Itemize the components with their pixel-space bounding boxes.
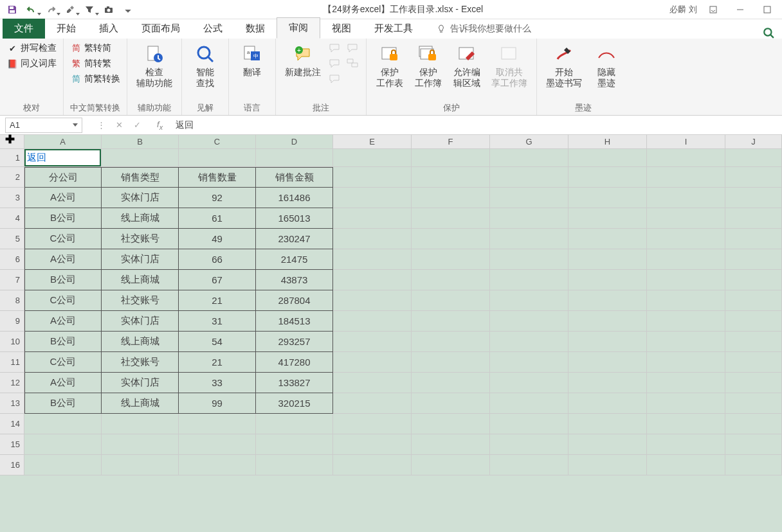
row-header-12[interactable]: 12	[0, 373, 24, 393]
cell-H11[interactable]	[568, 352, 647, 373]
cell-C1[interactable]	[179, 149, 256, 167]
cell-I13[interactable]	[647, 393, 725, 414]
hide-ink-button[interactable]: 隐藏墨迹	[590, 41, 623, 90]
cell-B14[interactable]	[102, 414, 179, 434]
cell-C5[interactable]: 49	[179, 229, 256, 249]
formula-value[interactable]: 返回	[169, 120, 194, 131]
cell-B16[interactable]	[102, 455, 179, 475]
cell-F3[interactable]	[412, 188, 490, 208]
cell-I12[interactable]	[647, 373, 725, 393]
cell-E16[interactable]	[333, 455, 412, 475]
cell-B15[interactable]	[102, 434, 179, 455]
cell-E14[interactable]	[333, 414, 412, 434]
undo-button[interactable]	[23, 2, 40, 17]
cell-J12[interactable]	[725, 373, 782, 393]
convert-button[interactable]: 简简繁转换	[70, 72, 120, 86]
tab-file[interactable]: 文件	[3, 19, 45, 39]
cell-I16[interactable]	[647, 455, 725, 475]
cell-G3[interactable]	[490, 188, 568, 208]
tab-developer[interactable]: 开发工具	[363, 19, 424, 39]
cell-C3[interactable]: 92	[179, 188, 256, 208]
ribbon-options-button[interactable]	[702, 2, 724, 17]
cell-J2[interactable]	[725, 167, 782, 188]
options-icon[interactable]: ⋮	[95, 120, 107, 130]
cell-D6[interactable]: 21475	[256, 249, 333, 270]
cell-E4[interactable]	[333, 208, 412, 229]
cell-E11[interactable]	[333, 352, 412, 373]
row-header-11[interactable]: 11	[0, 352, 24, 373]
col-header-A[interactable]: A	[24, 135, 102, 149]
cell-D14[interactable]	[256, 414, 333, 434]
cell-D8[interactable]: 287804	[256, 290, 333, 311]
cell-D4[interactable]: 165013	[256, 208, 333, 229]
row-header-3[interactable]: 3	[0, 188, 24, 208]
cell-E1[interactable]	[333, 149, 412, 167]
cell-H10[interactable]	[568, 332, 647, 352]
cell-D7[interactable]: 43873	[256, 270, 333, 290]
col-header-H[interactable]: H	[568, 135, 647, 149]
col-header-D[interactable]: D	[256, 135, 333, 149]
cell-G7[interactable]	[490, 270, 568, 290]
cell-I1[interactable]	[647, 149, 725, 167]
col-header-B[interactable]: B	[102, 135, 179, 149]
brush-button[interactable]	[62, 2, 78, 17]
cell-F4[interactable]	[412, 208, 490, 229]
cell-E2[interactable]	[333, 167, 412, 188]
cell-B11[interactable]: 社交账号	[102, 352, 179, 373]
cell-F9[interactable]	[412, 311, 490, 332]
cell-B3[interactable]: 实体门店	[102, 188, 179, 208]
cell-B6[interactable]: 实体门店	[102, 249, 179, 270]
cell-B13[interactable]: 线上商城	[102, 393, 179, 414]
cell-A15[interactable]	[24, 434, 102, 455]
cell-H8[interactable]	[568, 290, 647, 311]
cell-H13[interactable]	[568, 393, 647, 414]
fx-icon[interactable]: fx	[150, 120, 169, 131]
cell-D9[interactable]: 184513	[256, 311, 333, 332]
cell-J8[interactable]	[725, 290, 782, 311]
cell-G14[interactable]	[490, 414, 568, 434]
row-header-5[interactable]: 5	[0, 229, 24, 249]
cell-F12[interactable]	[412, 373, 490, 393]
col-header-F[interactable]: F	[412, 135, 490, 149]
cell-A10[interactable]: B公司	[24, 332, 102, 352]
cell-I2[interactable]	[647, 167, 725, 188]
cell-C13[interactable]: 99	[179, 393, 256, 414]
cell-E3[interactable]	[333, 188, 412, 208]
cell-F1[interactable]	[412, 149, 490, 167]
cell-I7[interactable]	[647, 270, 725, 290]
cell-H6[interactable]	[568, 249, 647, 270]
tab-layout[interactable]: 页面布局	[130, 19, 192, 39]
cell-E6[interactable]	[333, 249, 412, 270]
cell-C7[interactable]: 67	[179, 270, 256, 290]
cell-J9[interactable]	[725, 311, 782, 332]
camera-button[interactable]	[100, 2, 117, 17]
cell-D10[interactable]: 293257	[256, 332, 333, 352]
row-headers[interactable]: 12345678910111213141516	[0, 149, 24, 475]
cell-H5[interactable]	[568, 229, 647, 249]
cell-A3[interactable]: A公司	[24, 188, 102, 208]
cell-E15[interactable]	[333, 434, 412, 455]
cell-D12[interactable]: 133827	[256, 373, 333, 393]
cell-F15[interactable]	[412, 434, 490, 455]
cell-D16[interactable]	[256, 455, 333, 475]
cells-area[interactable]: 返回分公司销售类型销售数量销售金额A公司实体门店92161486B公司线上商城6…	[24, 149, 782, 475]
cell-A11[interactable]: C公司	[24, 352, 102, 373]
cell-J16[interactable]	[725, 455, 782, 475]
cell-A9[interactable]: A公司	[24, 311, 102, 332]
cell-J10[interactable]	[725, 332, 782, 352]
row-header-13[interactable]: 13	[0, 393, 24, 414]
tab-data[interactable]: 数据	[234, 19, 277, 39]
cancel-icon[interactable]: ✕	[113, 120, 125, 130]
col-header-E[interactable]: E	[333, 135, 412, 149]
cell-G15[interactable]	[490, 434, 568, 455]
row-header-7[interactable]: 7	[0, 270, 24, 290]
qat-customize[interactable]	[120, 2, 136, 17]
cell-H16[interactable]	[568, 455, 647, 475]
cell-C16[interactable]	[179, 455, 256, 475]
cell-B4[interactable]: 线上商城	[102, 208, 179, 229]
cell-J1[interactable]	[725, 149, 782, 167]
tab-review[interactable]: 审阅	[277, 17, 320, 39]
protect-sheet-button[interactable]: 保护工作表	[373, 41, 406, 90]
start-ink-button[interactable]: 开始墨迹书写	[543, 41, 585, 90]
row-header-6[interactable]: 6	[0, 249, 24, 270]
